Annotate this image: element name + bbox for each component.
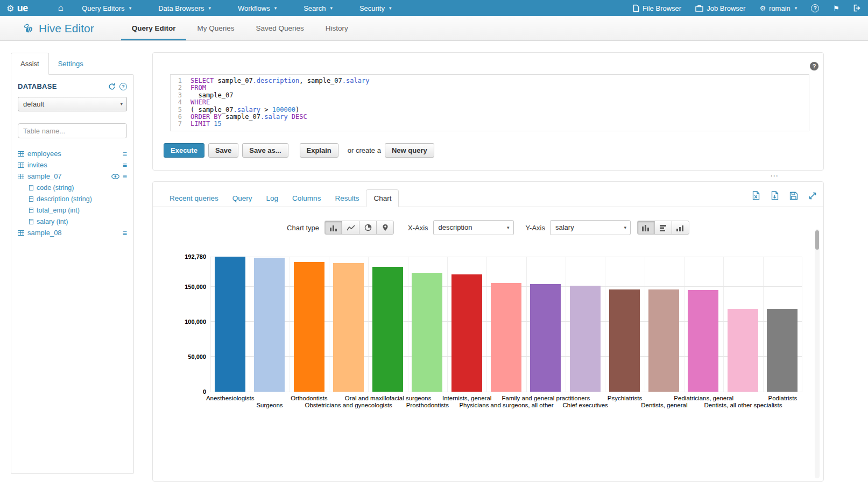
tab-columns[interactable]: Columns bbox=[285, 190, 328, 207]
tab-settings[interactable]: Settings bbox=[49, 53, 93, 74]
save-button[interactable]: Save bbox=[208, 143, 238, 158]
refresh-icon[interactable] bbox=[108, 83, 116, 90]
tab-results[interactable]: Results bbox=[328, 190, 366, 207]
sql-editor[interactable]: 1234567 SELECT sample_07.description, sa… bbox=[170, 74, 809, 131]
hue-logo[interactable]: ⚙ue bbox=[6, 3, 28, 14]
chart-bar[interactable] bbox=[530, 284, 561, 392]
column-row[interactable]: code (string) bbox=[18, 182, 127, 193]
tab-history[interactable]: History bbox=[315, 16, 359, 40]
chart-bar[interactable] bbox=[570, 286, 601, 392]
y-tick-label: 50,000 bbox=[153, 353, 206, 360]
stacked-bars-button[interactable] bbox=[672, 221, 689, 235]
menu-security[interactable]: Security▾ bbox=[359, 4, 392, 12]
chart-bar[interactable] bbox=[451, 274, 482, 392]
table-filter-input[interactable] bbox=[18, 123, 127, 138]
scrollbar-thumb[interactable] bbox=[815, 230, 819, 250]
line-chart-type-button[interactable] bbox=[342, 221, 359, 235]
tab-recent-queries[interactable]: Recent queries bbox=[163, 190, 225, 207]
bar-chart-type-button[interactable] bbox=[324, 221, 342, 235]
table-row[interactable]: employees≡ bbox=[18, 148, 127, 159]
expand-results-icon[interactable] bbox=[808, 192, 817, 200]
tab-query[interactable]: Query bbox=[225, 190, 259, 207]
hive-editor-title[interactable]: Hive Editor bbox=[23, 16, 94, 40]
download-csv-icon[interactable] bbox=[771, 191, 779, 200]
chart-bar[interactable] bbox=[609, 289, 640, 392]
save-results-icon[interactable] bbox=[789, 192, 798, 200]
column-row[interactable]: total_emp (int) bbox=[18, 204, 127, 216]
results-tabs: Recent queries Query Log Columns Results… bbox=[153, 182, 823, 207]
map-chart-type-button[interactable] bbox=[376, 221, 394, 235]
column-icon bbox=[29, 219, 33, 224]
pie-chart-type-button[interactable] bbox=[359, 221, 377, 235]
chart-bar[interactable] bbox=[491, 283, 521, 392]
tab-my-queries[interactable]: My Queries bbox=[186, 16, 245, 40]
code-line: FROM bbox=[190, 84, 809, 91]
tab-assist[interactable]: Assist bbox=[11, 53, 49, 75]
execute-button[interactable]: Execute bbox=[164, 143, 204, 158]
horizontal-bars-button[interactable] bbox=[654, 221, 672, 235]
download-xls-icon[interactable] bbox=[752, 191, 760, 200]
flag-icon[interactable]: ⚑ bbox=[833, 4, 839, 12]
table-detail-icon[interactable]: ≡ bbox=[123, 173, 127, 180]
y-tick-label: 100,000 bbox=[153, 319, 206, 325]
x-axis-select[interactable]: description ▾ bbox=[433, 220, 514, 235]
table-row[interactable]: invites≡ bbox=[18, 159, 127, 171]
chart-bar[interactable] bbox=[215, 257, 245, 392]
code-token: ) bbox=[295, 106, 299, 114]
tab-saved-queries[interactable]: Saved Queries bbox=[245, 16, 315, 40]
chart-bar[interactable] bbox=[333, 263, 364, 392]
table-detail-icon[interactable]: ≡ bbox=[123, 229, 127, 237]
tab-query-editor[interactable]: Query Editor bbox=[121, 16, 187, 40]
document-icon bbox=[633, 4, 639, 12]
column-row[interactable]: description (string) bbox=[18, 193, 127, 204]
job-browser-link[interactable]: Job Browser bbox=[695, 4, 745, 12]
file-browser-link[interactable]: File Browser bbox=[633, 4, 681, 12]
chart-bar[interactable] bbox=[254, 258, 285, 392]
table-row[interactable]: sample_07≡ bbox=[18, 171, 127, 182]
chart-bar[interactable] bbox=[412, 273, 442, 392]
help-icon[interactable]: ? bbox=[811, 4, 819, 12]
header-tabs: Query Editor My Queries Saved Queries Hi… bbox=[121, 16, 359, 40]
tab-chart[interactable]: Chart bbox=[366, 189, 399, 207]
explain-button[interactable]: Explain bbox=[300, 143, 338, 158]
bar-slot bbox=[565, 257, 604, 392]
logout-icon[interactable] bbox=[853, 4, 862, 12]
chart-bar[interactable] bbox=[688, 290, 718, 392]
column-row[interactable]: salary (int) bbox=[18, 216, 127, 227]
editor-code[interactable]: SELECT sample_07.description, sample_07.… bbox=[187, 77, 809, 128]
chart-bar[interactable] bbox=[372, 267, 403, 392]
eye-icon[interactable] bbox=[111, 174, 119, 179]
menu-workflows[interactable]: Workflows▾ bbox=[238, 4, 277, 12]
tab-log[interactable]: Log bbox=[259, 190, 286, 207]
resize-handle[interactable]: ⋯ bbox=[770, 171, 779, 181]
table-detail-icon[interactable]: ≡ bbox=[123, 161, 127, 169]
new-query-button[interactable]: New query bbox=[385, 143, 434, 158]
menu-data-browsers[interactable]: Data Browsers▾ bbox=[158, 4, 211, 12]
database-select[interactable]: default ▾ bbox=[18, 97, 127, 111]
chart-bar[interactable] bbox=[294, 262, 324, 392]
app-header: Hive Editor Query Editor My Queries Save… bbox=[0, 16, 868, 41]
chart-bar[interactable] bbox=[728, 309, 758, 392]
query-editor-card: ? 1234567 SELECT sample_07.description, … bbox=[152, 52, 824, 171]
y-axis-select[interactable]: salary ▾ bbox=[550, 220, 631, 235]
user-menu[interactable]: ⚙ romain ▾ bbox=[759, 4, 797, 12]
code-token: .salary bbox=[233, 106, 260, 114]
table-icon bbox=[18, 174, 24, 179]
scrollbar[interactable] bbox=[815, 229, 820, 478]
menu-query-editors[interactable]: Query Editors▾ bbox=[82, 4, 131, 12]
table-detail-icon[interactable]: ≡ bbox=[123, 150, 127, 158]
x-tick-label: Pediatricians, general bbox=[674, 395, 733, 401]
assist-help-icon[interactable]: ? bbox=[119, 83, 127, 90]
table-row[interactable]: sample_08≡ bbox=[18, 227, 127, 238]
chart-bar[interactable] bbox=[648, 289, 679, 392]
vertical-bars-button[interactable] bbox=[637, 221, 655, 235]
save-as-button[interactable]: Save as... bbox=[242, 143, 288, 158]
code-token: sample_07 bbox=[190, 91, 233, 99]
menu-search[interactable]: Search▾ bbox=[304, 4, 333, 12]
x-tick-label: Family and general practitioners bbox=[502, 395, 590, 401]
x-tick-label: Chief executives bbox=[562, 402, 608, 408]
home-icon[interactable]: ⌂ bbox=[58, 3, 63, 13]
menu-label: Search bbox=[304, 4, 326, 12]
query-help-icon[interactable]: ? bbox=[810, 62, 818, 70]
chart-bar[interactable] bbox=[767, 309, 798, 392]
